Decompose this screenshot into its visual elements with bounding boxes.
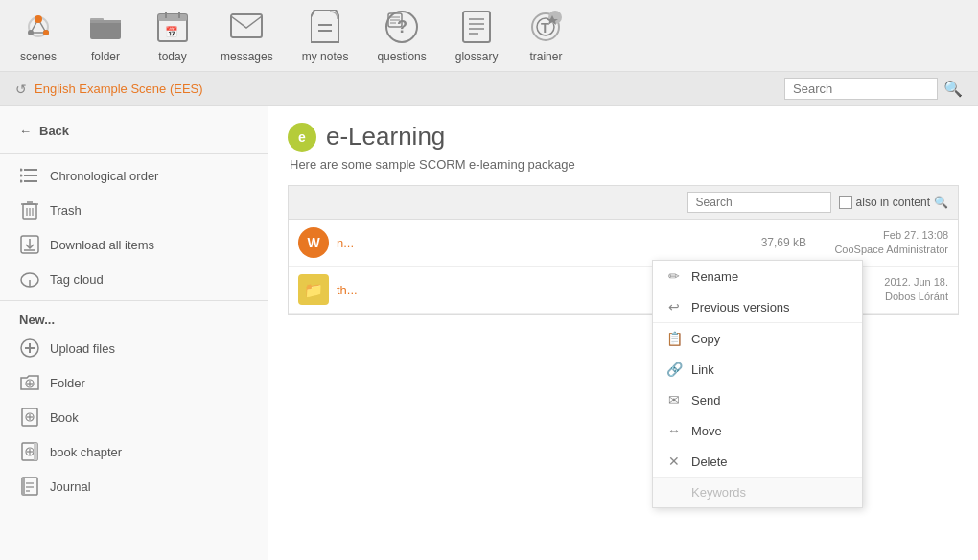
trainer-icon: T <box>526 8 565 46</box>
context-menu-copy[interactable]: 📋 Copy <box>653 323 862 354</box>
page-title: e e-Learning <box>288 122 959 152</box>
upload-files-label: Upload files <box>50 341 115 356</box>
search-icon[interactable]: 🔍 <box>943 80 963 98</box>
tag-cloud-icon <box>19 268 40 290</box>
book-chapter-icon <box>19 441 40 462</box>
nav-label-glossary: glossary <box>455 50 499 63</box>
svg-text:📅: 📅 <box>165 25 178 38</box>
sidebar-item-folder[interactable]: Folder <box>0 365 268 400</box>
also-in-content-label: also in content <box>856 196 930 209</box>
page-title-icon: e <box>288 123 316 152</box>
back-button[interactable]: ← Back <box>0 118 268 150</box>
link-icon: 🔗 <box>666 362 682 377</box>
svg-point-8 <box>43 30 49 35</box>
sidebar: ← Back Chronological order <box>0 106 268 560</box>
svg-rect-27 <box>463 12 490 42</box>
context-menu-delete[interactable]: ✕ Delete <box>653 446 862 477</box>
content-area: e e-Learning Here are some sample SCORM … <box>268 106 978 560</box>
breadcrumb-left: ↺ English Example Scene (EES) <box>15 82 203 97</box>
trash-icon <box>19 199 40 221</box>
nav-label-messages: messages <box>221 50 273 63</box>
file-size-1: 37,69 kB <box>739 236 806 249</box>
sidebar-divider-2 <box>0 300 268 301</box>
also-in-content-search-icon: 🔍 <box>934 196 948 209</box>
move-label: Move <box>691 424 722 438</box>
context-menu-send[interactable]: ✉ Send <box>653 385 862 415</box>
folder-icon <box>86 8 125 46</box>
rename-label: Rename <box>691 269 738 284</box>
book-label: Book <box>50 410 79 425</box>
sidebar-item-trash[interactable]: Trash <box>0 193 268 227</box>
keywords-label: Keywords <box>691 485 746 500</box>
tag-cloud-label: Tag cloud <box>50 272 104 287</box>
files-search-input[interactable] <box>687 192 831 213</box>
new-folder-icon <box>19 372 40 393</box>
file-date-1: Feb 27. 13:08 CooSpace Administrator <box>814 228 948 258</box>
nav-label-today: today <box>158 50 186 63</box>
search-input[interactable] <box>784 78 938 100</box>
nav-label-my-notes: my notes <box>302 50 349 63</box>
page-subtitle: Here are some sample SCORM e-learning pa… <box>290 157 959 172</box>
nav-item-questions[interactable]: ? questions <box>377 8 426 63</box>
sidebar-item-chronological-order[interactable]: Chronological order <box>0 158 268 193</box>
journal-icon <box>19 476 40 497</box>
breadcrumb-bar: ↺ English Example Scene (EES) 🔍 <box>0 72 978 106</box>
today-icon: 📅 <box>153 8 192 46</box>
back-arrow-icon: ← <box>19 124 32 138</box>
nav-item-glossary[interactable]: glossary <box>455 8 499 63</box>
folder-label: Folder <box>50 376 85 390</box>
context-menu-keywords: Keywords <box>653 478 862 507</box>
link-label: Link <box>691 362 714 377</box>
context-menu-rename[interactable]: ✏ Rename <box>653 261 862 292</box>
move-icon: ↔ <box>666 423 682 438</box>
copy-icon: 📋 <box>666 331 682 346</box>
book-chapter-label: book chapter <box>50 445 122 459</box>
also-in-content-checkbox[interactable] <box>839 196 852 209</box>
nav-label-folder: folder <box>91 50 120 63</box>
nav-label-trainer: trainer <box>529 50 562 63</box>
sidebar-divider-1 <box>0 153 268 154</box>
journal-label: Journal <box>50 479 91 494</box>
my-notes-icon <box>306 8 344 46</box>
svg-rect-13 <box>158 14 187 21</box>
scenes-icon <box>19 8 58 46</box>
file-avatar-2: 📁 <box>298 274 329 305</box>
sidebar-item-download-all[interactable]: Download all items <box>0 227 268 262</box>
sidebar-item-book[interactable]: Book <box>0 400 268 434</box>
messages-icon <box>227 8 266 46</box>
chronological-order-icon <box>19 165 40 186</box>
search-bar: 🔍 <box>784 78 963 100</box>
send-label: Send <box>691 393 720 408</box>
breadcrumb-text: English Example Scene (EES) <box>35 82 203 96</box>
chronological-order-label: Chronological order <box>50 169 158 183</box>
svg-point-7 <box>35 15 42 23</box>
svg-point-39 <box>20 169 23 172</box>
refresh-icon[interactable]: ↺ <box>15 82 27 97</box>
context-menu-link[interactable]: 🔗 Link <box>653 354 862 385</box>
questions-icon: ? <box>383 8 421 46</box>
download-all-label: Download all items <box>50 238 154 252</box>
sidebar-item-journal[interactable]: Journal <box>0 469 268 503</box>
nav-item-trainer[interactable]: T trainer <box>526 8 565 63</box>
nav-item-today[interactable]: 📅 today <box>153 8 192 63</box>
context-menu-previous-versions[interactable]: ↩ Previous versions <box>653 292 862 322</box>
also-in-content: also in content 🔍 <box>839 196 948 209</box>
previous-versions-label: Previous versions <box>691 300 790 315</box>
send-icon: ✉ <box>666 392 682 408</box>
sidebar-item-book-chapter[interactable]: book chapter <box>0 434 268 469</box>
sidebar-item-upload-files[interactable]: Upload files <box>0 331 268 365</box>
context-menu-move[interactable]: ↔ Move <box>653 415 862 446</box>
delete-label: Delete <box>691 455 728 469</box>
nav-item-folder[interactable]: folder <box>86 8 125 63</box>
sidebar-item-tag-cloud[interactable]: Tag cloud <box>0 262 268 296</box>
file-name-1[interactable]: n... <box>337 236 732 250</box>
main-layout: ← Back Chronological order <box>0 106 978 560</box>
nav-label-scenes: scenes <box>20 50 57 63</box>
nav-item-scenes[interactable]: scenes <box>19 8 58 63</box>
nav-item-my-notes[interactable]: my notes <box>302 8 349 63</box>
copy-label: Copy <box>691 332 720 346</box>
nav-item-messages[interactable]: messages <box>221 8 273 63</box>
svg-rect-72 <box>22 478 25 495</box>
upload-files-icon <box>19 338 40 359</box>
delete-icon: ✕ <box>666 454 682 469</box>
